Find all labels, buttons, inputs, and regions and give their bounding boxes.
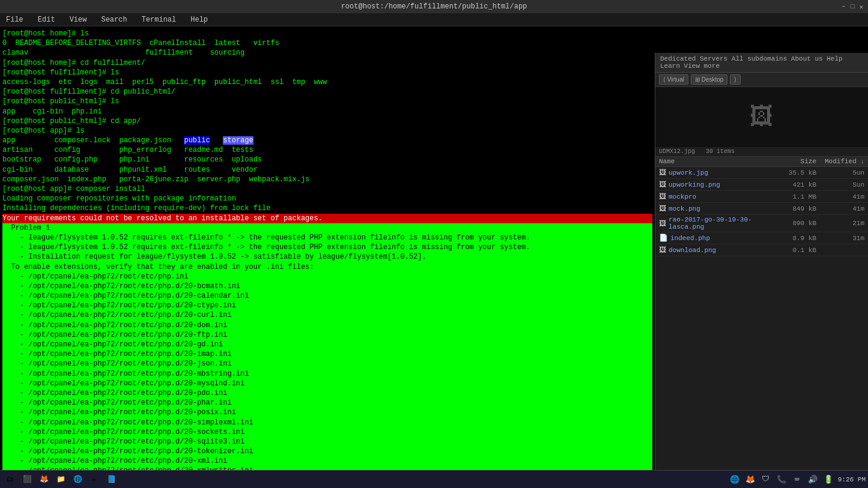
list-item[interactable]: 📄 indeed.php 8.9 kB 31m (655, 232, 868, 244)
terminal-output[interactable]: [root@host home]# ls0 README_BEFORE_DELE… (0, 26, 655, 470)
terminal-line: - Installation request for league/flysys… (2, 252, 652, 262)
file-name: download.png (669, 247, 780, 254)
terminal-line: - /opt/cpanel/ea-php72/root/etc/php.d/20… (2, 379, 652, 388)
title-bar: root@host:/home/fulfillment/public_html/… (0, 0, 868, 13)
file-modified: 41m (816, 205, 864, 212)
terminal-line: 0 README_BEFORE_DELETING_VIRTFS cPanelIn… (2, 38, 652, 48)
menu-item-edit[interactable]: Edit (34, 14, 59, 25)
nav-forward-button[interactable]: ⟩ (730, 74, 741, 85)
file-icon: 📄 (659, 233, 668, 242)
terminal-line: - /opt/cpanel/ea-php72/root/etc/php.d/20… (2, 388, 652, 398)
input-tray-icon: ⌨ (791, 474, 803, 486)
file-name: upwork.jpg (669, 169, 780, 176)
menu-item-help[interactable]: Help (187, 14, 211, 25)
menu-item-file[interactable]: File (2, 14, 27, 25)
file-list: 🖼 upwork.jpg 35.5 kB 5un 🖼 upworking.png… (655, 167, 868, 256)
file-size: 849 kB (780, 205, 816, 212)
list-item[interactable]: 🖼 mock.png 849 kB 41m (655, 203, 868, 215)
desktop-button[interactable]: ⊞ Desktop (691, 74, 727, 85)
taskbar-left: 🗂⬛🦊📁🌐✏📘 (2, 472, 119, 487)
terminal-line: - /opt/cpanel/ea-php72/root/etc/php.d/20… (2, 437, 652, 447)
file-name: indeed.php (670, 235, 780, 242)
terminal-line: app composer.lock package.json public st… (2, 136, 652, 145)
side-toolbar[interactable]: ⟨ Virtual ⊞ Desktop ⟩ (655, 73, 868, 87)
close-button[interactable]: ✕ (859, 3, 863, 11)
file-modified: 31m (816, 235, 864, 242)
terminal-icon[interactable]: ⬛ (19, 472, 35, 487)
side-header: Dedicated Servers All subdomains About u… (655, 53, 868, 73)
file-modified: Sun (816, 181, 864, 188)
file-size: 8.9 kB (780, 235, 816, 242)
terminal-line: - /opt/cpanel/ea-php72/root/etc/php.d/20… (2, 291, 652, 301)
list-item[interactable]: 🖼 mockpro 1.1 MB 41m (655, 191, 868, 203)
terminal-line: To enable extensions, verify that they a… (2, 262, 652, 272)
side-panel: Dedicated Servers All subdomains About u… (655, 53, 868, 488)
skype-icon[interactable]: 📘 (103, 472, 119, 487)
terminal-line: Installing dependencies (including requi… (2, 203, 652, 213)
voip-tray-icon: 📞 (775, 474, 788, 486)
terminal-line: cgi-bin database phpunit.xml routes vend… (2, 165, 652, 175)
terminal-line: - /opt/cpanel/ea-php72/root/etc/php.ini (2, 272, 652, 282)
terminal-line: - /opt/cpanel/ea-php72/root/etc/php.d/20… (2, 398, 652, 408)
firefox-icon[interactable]: 🦊 (36, 472, 52, 487)
file-size: 1.1 MB (780, 193, 816, 200)
window-controls[interactable]: − □ ✕ (842, 3, 863, 11)
terminal-line: [root@host app]# ls (2, 126, 652, 136)
editor-icon[interactable]: ✏ (86, 472, 102, 487)
file-name: rao-2017-go-30-19-30-lasca.png (669, 216, 780, 230)
terminal-line: - /opt/cpanel/ea-php72/root/etc/php.d/20… (2, 340, 652, 349)
file-name: mockpro (669, 193, 780, 200)
terminal-line: composer.json index.php porta-26june.zip… (2, 175, 652, 184)
maximize-button[interactable]: □ (851, 3, 855, 11)
list-item[interactable]: 🖼 upworking.png 421 kB Sun (655, 179, 868, 191)
terminal-line: - /opt/cpanel/ea-php72/root/etc/php.d/20… (2, 301, 652, 310)
menu-item-view[interactable]: View (66, 14, 91, 25)
network-tray-icon: 🌐 (729, 474, 741, 486)
file-icon: 🖼 (659, 219, 666, 228)
list-item[interactable]: 🖼 rao-2017-go-30-19-30-lasca.png 890 kB … (655, 215, 868, 232)
file-size: 421 kB (780, 181, 816, 188)
file-icon: 🖼 (659, 168, 666, 177)
preview-label: UDMX12.jpg 30 items (655, 147, 868, 157)
highlight-storage: storage (223, 136, 253, 145)
terminal-line: - /opt/cpanel/ea-php72/root/etc/php.d/20… (2, 359, 652, 369)
list-item[interactable]: 🖼 download.png 0.1 kB (655, 244, 868, 256)
file-icon: 🖼 (659, 192, 666, 201)
minimize-button[interactable]: − (842, 3, 846, 11)
file-name: upworking.png (669, 181, 780, 188)
file-name: mock.png (669, 205, 780, 212)
terminal-line: artisan config php_errorlog readme.md te… (2, 145, 652, 155)
file-size: 35.5 kB (780, 169, 816, 176)
firefox-tray-icon: 🦊 (744, 474, 756, 486)
terminal-line: [root@host app]# composer install (2, 184, 652, 194)
terminal-line: Loading composer repositories with packa… (2, 194, 652, 203)
chrome-icon[interactable]: 🌐 (70, 472, 85, 487)
terminal-line: [root@host fulfillment]# cd public_html/ (2, 87, 652, 97)
file-modified: 41m (816, 193, 864, 200)
menu-bar: FileEditViewSearchTerminalHelp (0, 13, 868, 26)
file-modified: 5un (816, 169, 864, 176)
terminal-line: [root@host public_html]# cd app/ (2, 116, 652, 126)
volume-tray-icon: 🔊 (807, 474, 819, 486)
file-icon: 🖼 (659, 246, 666, 255)
terminal-line: - /opt/cpanel/ea-php72/root/etc/php.d/20… (2, 330, 652, 340)
terminal-line: [root@host home]# ls (2, 29, 652, 38)
files-icon[interactable]: 🗂 (2, 472, 18, 487)
terminal-line: Problem 1 (2, 223, 652, 233)
menu-item-terminal[interactable]: Terminal (138, 14, 180, 25)
terminal-line: - /opt/cpanel/ea-php72/root/etc/php.d/20… (2, 418, 652, 427)
menu-item-search[interactable]: Search (97, 14, 130, 25)
highlight-public: public (184, 136, 210, 145)
terminal-line: bootstrap config.php php.ini resources u… (2, 155, 652, 164)
file-columns: Name Size Modified ↓ (655, 157, 868, 167)
folder-icon[interactable]: 📁 (53, 472, 68, 487)
file-size: 0.1 kB (780, 247, 816, 254)
virtual-button[interactable]: ⟨ Virtual (659, 74, 688, 85)
file-modified: 21m (816, 220, 864, 227)
terminal-line: - /opt/cpanel/ea-php72/root/etc/php.d/20… (2, 282, 652, 291)
terminal-line: [root@host home]# cd fulfillment/ (2, 58, 652, 68)
terminal-line: - /opt/cpanel/ea-php72/root/etc/php.d/20… (2, 369, 652, 379)
battery-tray-icon: 🔋 (822, 474, 834, 486)
terminal-line: clamav fulfillment sourcing (2, 48, 652, 58)
list-item[interactable]: 🖼 upwork.jpg 35.5 kB 5un (655, 167, 868, 179)
